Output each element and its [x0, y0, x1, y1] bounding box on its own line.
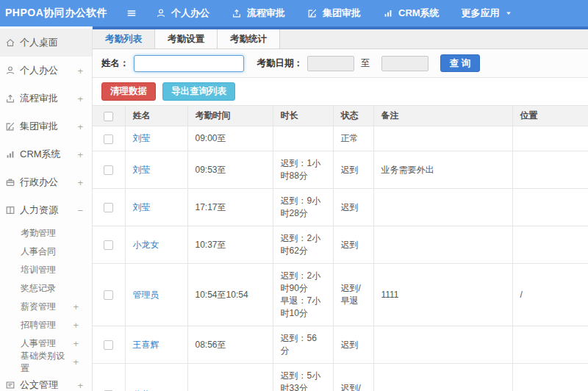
expand-icon[interactable]: +	[77, 66, 83, 76]
nav-item-2[interactable]: 集团审批	[307, 7, 361, 20]
sidebar-item-0[interactable]: 个人桌面	[0, 29, 92, 57]
tab-bar: 考勤列表考勤设置考勤统计	[93, 29, 588, 49]
duration-cell	[273, 126, 333, 151]
date-label: 考勤日期：	[257, 57, 304, 70]
table-row: 王喜辉08:56至迟到：56分迟到	[93, 326, 588, 364]
note-cell: 业务需要外出	[373, 151, 512, 189]
table-row: 小龙女10:37至迟到：2小时62分迟到	[93, 226, 588, 264]
employee-name-link[interactable]: 小龙女	[133, 240, 159, 250]
nav-item-4[interactable]: 更多应用	[462, 7, 512, 20]
sidebar-item-4[interactable]: CRM系统+	[0, 140, 92, 168]
app-window: PHPOA协同办公软件 个人办公流程审批集团审批CRM系统更多应用 个人桌面个人…	[0, 0, 588, 391]
sidebar-item-1[interactable]: 个人办公+	[0, 57, 92, 85]
duration-cell: 迟到：2小时90分早退：7小时10分	[273, 264, 333, 326]
sidebar-item-label: 考勤管理	[21, 227, 56, 240]
row-checkbox[interactable]	[104, 240, 113, 250]
location-cell	[512, 326, 588, 364]
sidebar-item-10[interactable]: 奖惩记录	[0, 279, 92, 298]
sidebar-item-6[interactable]: 人力资源−	[0, 196, 92, 224]
caret-down-icon	[505, 10, 512, 17]
select-all-checkbox[interactable]	[104, 112, 113, 121]
sidebar-item-label: 招聘管理	[21, 319, 56, 331]
sidebar-item-14[interactable]: 基础类别设置+	[0, 353, 92, 371]
hamburger-menu-button[interactable]	[123, 8, 140, 18]
hamburger-icon	[126, 8, 137, 18]
sidebar-item-label: 行政办公	[20, 176, 58, 189]
sidebar-item-label: 人事合同	[21, 245, 56, 258]
duration-cell: 迟到：56分	[273, 326, 333, 364]
date-from-input[interactable]	[307, 56, 354, 71]
nav-item-3[interactable]: CRM系统	[383, 7, 440, 20]
duration-cell: 迟到：1小时88分	[273, 151, 333, 189]
query-button[interactable]: 查 询	[440, 54, 480, 72]
sidebar-item-2[interactable]: 流程审批+	[0, 85, 92, 112]
expand-icon[interactable]: +	[73, 339, 79, 348]
status-badge: 迟到	[333, 151, 373, 189]
row-checkbox[interactable]	[104, 290, 113, 300]
sidebar-item-label: 奖惩记录	[21, 282, 56, 295]
note-cell	[373, 226, 512, 264]
collapse-icon[interactable]: −	[77, 206, 83, 215]
export-list-button[interactable]: 导出查询列表	[162, 82, 235, 101]
attendance-time: 10:54至10:54	[187, 264, 273, 326]
tab-0[interactable]: 考勤列表	[93, 29, 155, 49]
expand-icon[interactable]: +	[77, 94, 83, 104]
column-header: 状态	[333, 106, 373, 126]
expand-icon[interactable]: +	[73, 320, 79, 330]
employee-name-link[interactable]: 王喜辉	[133, 340, 159, 350]
location-cell	[512, 226, 588, 264]
sidebar-item-3[interactable]: 集团审批+	[0, 112, 92, 140]
location-cell	[512, 151, 588, 189]
sidebar-item-label: 培训管理	[21, 264, 56, 276]
expand-icon[interactable]: +	[77, 150, 83, 159]
status-badge: 迟到	[333, 326, 373, 364]
sidebar-item-7[interactable]: 考勤管理	[0, 224, 92, 243]
app-logo: PHPOA协同办公软件	[0, 7, 123, 20]
employee-name-link[interactable]: 刘莹	[133, 202, 151, 212]
date-to-input[interactable]	[381, 56, 429, 71]
row-checkbox[interactable]	[104, 134, 113, 144]
expand-icon[interactable]: +	[77, 122, 83, 132]
doc-icon	[5, 380, 16, 390]
nav-item-0[interactable]: 个人办公	[156, 7, 209, 20]
expand-icon[interactable]: +	[77, 381, 83, 390]
sidebar-item-5[interactable]: 行政办公+	[0, 168, 92, 196]
user-icon	[156, 8, 166, 18]
nav-item-1[interactable]: 流程审批	[232, 7, 285, 20]
attendance-time: 10:37至	[187, 226, 273, 264]
row-checkbox[interactable]	[104, 340, 113, 350]
attendance-time: 09:53至	[187, 151, 273, 189]
sidebar-item-9[interactable]: 培训管理	[0, 261, 92, 279]
expand-icon[interactable]: +	[73, 302, 79, 312]
sidebar-item-8[interactable]: 人事合同	[0, 243, 92, 261]
clean-data-button[interactable]: 清理数据	[101, 82, 156, 101]
flow-icon	[5, 93, 16, 104]
location-cell: /	[512, 364, 588, 391]
employee-name-link[interactable]: 刘莹	[133, 165, 151, 175]
name-input[interactable]	[134, 55, 244, 72]
duration-cell: 迟到：9小时28分	[273, 189, 333, 226]
row-checkbox[interactable]	[104, 203, 113, 212]
chart-icon	[5, 149, 16, 159]
duration-line: 迟到：1小时88分	[281, 157, 326, 182]
status-badge: 迟到/早退	[333, 264, 373, 326]
sidebar-item-label: 集团审批	[20, 120, 58, 133]
table-row: 管理员10:54至10:54迟到：2小时90分早退：7小时10分迟到/早退111…	[93, 264, 588, 326]
duration-line: 迟到：56分	[281, 332, 326, 357]
sidebar-item-label: 个人桌面	[20, 36, 58, 49]
table-row: 刘莹09:00至正常	[93, 126, 588, 151]
tab-2[interactable]: 考勤统计	[218, 29, 280, 49]
employee-name-link[interactable]: 管理员	[133, 290, 159, 300]
sidebar-item-label: CRM系统	[20, 148, 61, 161]
action-buttons: 清理数据 导出查询列表	[93, 78, 588, 105]
sidebar-item-12[interactable]: 招聘管理+	[0, 316, 92, 334]
note-cell	[373, 326, 512, 364]
row-checkbox[interactable]	[104, 165, 113, 175]
sidebar-item-11[interactable]: 薪资管理+	[0, 298, 92, 316]
tab-1[interactable]: 考勤设置	[155, 29, 218, 49]
attendance-table: 姓名考勤时间时长状态备注位置 刘莹09:00至正常刘莹09:53至迟到：1小时8…	[93, 105, 588, 391]
expand-icon[interactable]: +	[77, 178, 83, 187]
employee-name-link[interactable]: 刘莹	[133, 133, 151, 143]
expand-icon[interactable]: +	[73, 357, 79, 367]
sidebar-item-label: 人力资源	[20, 204, 58, 217]
